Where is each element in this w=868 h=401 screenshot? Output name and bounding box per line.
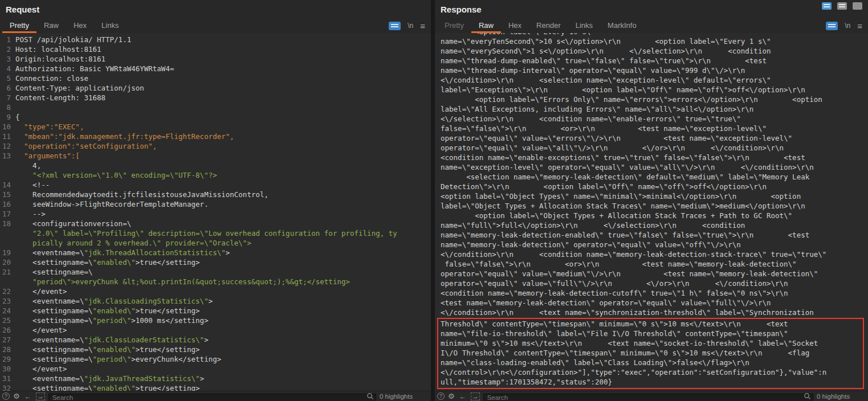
response-highlight-box: Threshold\" contentType=\"timespan\" min… xyxy=(437,318,864,389)
response-code-line: name=\"thread-dump-interval\" operator=\… xyxy=(441,66,866,75)
show-newlines-icon[interactable]: \n xyxy=(407,22,413,29)
response-search-wrap xyxy=(483,392,813,400)
response-code-line: <\/condition>\r\n <selection name=\"exce… xyxy=(441,75,866,85)
request-code-line: 12 "operation":"setConfiguration", xyxy=(0,141,431,151)
response-search-input[interactable] xyxy=(483,394,813,401)
tab-hex[interactable]: Hex xyxy=(66,18,94,33)
request-code-line: 19 <eventname=\"jdk.ThreadAllocationStat… xyxy=(0,248,431,257)
line-number: 22 xyxy=(0,287,15,296)
response-header: Response xyxy=(435,0,868,18)
request-code-line: 9{ xyxy=(0,112,431,122)
line-number: 17 xyxy=(0,209,15,219)
request-editor-tools: \n ≡ xyxy=(389,18,426,33)
response-code-line: <\/selection>\r\n <condition name=\"enab… xyxy=(441,114,866,124)
request-editor[interactable]: 1POST /api/jolokia/ HTTP/1.12Host: local… xyxy=(0,33,431,391)
search-prev-icon[interactable]: ← xyxy=(23,393,32,400)
response-code-line: <condition name=\"enable-exceptions\" tr… xyxy=(441,153,866,162)
search-settings-icon[interactable]: ⚙ xyxy=(13,392,20,400)
pretty-print-toggle-icon[interactable] xyxy=(389,22,401,30)
response-code-line: <condition name=\"memory-leak-detection-… xyxy=(441,288,866,298)
request-code-line: 22 </event> xyxy=(0,287,431,296)
tab-links[interactable]: Links xyxy=(568,18,600,33)
editor-menu-icon[interactable]: ≡ xyxy=(857,22,862,30)
layout-maximized-button[interactable] xyxy=(853,2,862,10)
response-code-line: <option label=\"Object Types\" name=\"mi… xyxy=(441,191,866,201)
line-number: 16 xyxy=(0,199,15,209)
response-code-line: Threshold\" contentType=\"timespan\" min… xyxy=(441,319,863,329)
response-code-line: Detection\">\r\n <option label=\"Off\" n… xyxy=(441,182,866,191)
layout-rows-button[interactable] xyxy=(837,2,847,10)
request-search-input[interactable] xyxy=(48,394,376,401)
response-searchbar: ? ⚙ ← → 0 highlights xyxy=(435,391,868,401)
line-number: 6 xyxy=(0,83,15,93)
response-code-line: operator=\"equal\" value=\"all\"\/>\r\n … xyxy=(441,143,866,153)
response-code-line: minimum=\"0 s\">10 ms<\/text>\r\n <text … xyxy=(441,338,863,348)
line-number: 25 xyxy=(0,316,15,325)
response-code-line: ull,"timestamp":1701358472,"status":200} xyxy=(441,377,863,387)
line-number xyxy=(0,161,15,170)
line-number: 30 xyxy=(0,364,15,374)
search-prev-icon[interactable]: ← xyxy=(458,393,467,400)
search-help-icon[interactable]: ? xyxy=(437,392,445,400)
line-number: 26 xyxy=(0,325,15,335)
panel-splitter[interactable] xyxy=(431,0,435,401)
search-icon[interactable] xyxy=(366,392,374,400)
response-code-line: name=\"file-io-threshold\" label=\"File … xyxy=(441,329,863,338)
search-icon[interactable] xyxy=(804,392,811,400)
request-code-line: 18 <configurationversion=\ xyxy=(0,219,431,228)
tab-pretty[interactable]: Pretty xyxy=(437,18,471,33)
tab-hex[interactable]: Hex xyxy=(501,18,529,33)
request-code-line: 28 <settingname=\"enabled\">true</settin… xyxy=(0,345,431,354)
response-code-line: name=\"exception-level\" operator=\"equa… xyxy=(441,162,866,172)
request-code-line: 32 <settingname=\"enabled\">true</settin… xyxy=(0,383,431,391)
response-code-line: operator=\"equal\" value=\"errors\"\/>\r… xyxy=(441,133,866,143)
tab-raw[interactable]: Raw xyxy=(36,18,66,33)
response-code-line: <\/condition>\r\n <condition name=\"memo… xyxy=(441,249,866,259)
search-next-icon[interactable]: → xyxy=(471,392,480,400)
search-next-icon[interactable]: → xyxy=(36,392,45,400)
response-code-line: name=\"full\">full<\/option>\r\n <\/sele… xyxy=(441,220,866,230)
line-number xyxy=(0,228,15,238)
tab-render[interactable]: Render xyxy=(529,18,568,33)
response-code-line: name=\"class-loading-enabled\" label=\"C… xyxy=(441,358,863,367)
request-highlights-count: 0 highlights xyxy=(380,393,426,400)
tab-markinfo[interactable]: MarkInfo xyxy=(600,18,644,33)
search-settings-icon[interactable]: ⚙ xyxy=(448,392,455,400)
response-code-line: <option label=\"Object Types + Allocatio… xyxy=(441,211,866,220)
line-number: 8 xyxy=(0,103,15,112)
request-code-line: 10 "type":"EXEC", xyxy=(0,122,431,132)
layout-stacked-button[interactable] xyxy=(822,2,832,10)
response-code-line: <\/condition>\r\n <text name=\"synchroni… xyxy=(441,308,866,317)
pretty-print-toggle-icon[interactable] xyxy=(826,22,838,30)
line-number: 24 xyxy=(0,306,15,316)
request-header: Request xyxy=(0,0,431,18)
request-code-line: 31 <eventname=\"jdk.JavaThreadStatistics… xyxy=(0,374,431,383)
response-editor-tools: \n ≡ xyxy=(826,18,863,33)
request-panel: Request PrettyRawHexLinks \n ≡ 1POST /ap… xyxy=(0,0,431,401)
request-code-line: 27 <eventname=\"jdk.ClassLoaderStatistic… xyxy=(0,335,431,345)
response-code-line: false=\"false\">\r\n <or>\r\n <test name… xyxy=(441,259,866,269)
response-editor[interactable]: <option label=\"Every 10 s\"name=\"every… xyxy=(435,33,868,391)
line-number: 12 xyxy=(0,141,15,151)
tab-links[interactable]: Links xyxy=(94,18,126,33)
tab-raw[interactable]: Raw xyxy=(471,18,501,33)
line-number: 31 xyxy=(0,374,15,383)
request-tabbar: PrettyRawHexLinks \n ≡ xyxy=(0,18,431,33)
request-code-line: 17 --> xyxy=(0,209,431,219)
request-code-line: 24 <settingname=\"enabled\">true</settin… xyxy=(0,306,431,316)
request-code-line: 23 <eventname=\"jdk.ClassLoadingStatisti… xyxy=(0,296,431,306)
response-tabbar: PrettyRawHexRenderLinksMarkInfo \n ≡ xyxy=(435,18,868,33)
tab-pretty[interactable]: Pretty xyxy=(2,18,36,33)
line-number: 4 xyxy=(0,64,15,73)
response-code-line: operator=\"equal\" value=\"medium\"\/>\r… xyxy=(441,269,866,279)
search-help-icon[interactable]: ? xyxy=(2,392,10,400)
request-code-line: "period\">everyChunk &lt;%out.printIn(&q… xyxy=(0,277,431,287)
request-code-line: 1POST /api/jolokia/ HTTP/1.1 xyxy=(0,35,431,44)
request-code-line: 21 <settingname=\ xyxy=(0,267,431,277)
show-newlines-icon[interactable]: \n xyxy=(845,22,850,29)
request-code-line: 30 </event> xyxy=(0,364,431,374)
response-code-line: label=\"Exceptions\">\r\n <option label=… xyxy=(441,85,866,95)
response-code-line: name=\"everySecond\">1 s<\/option>\r\n <… xyxy=(441,46,866,56)
line-number: 21 xyxy=(0,267,15,277)
editor-menu-icon[interactable]: ≡ xyxy=(420,22,425,30)
